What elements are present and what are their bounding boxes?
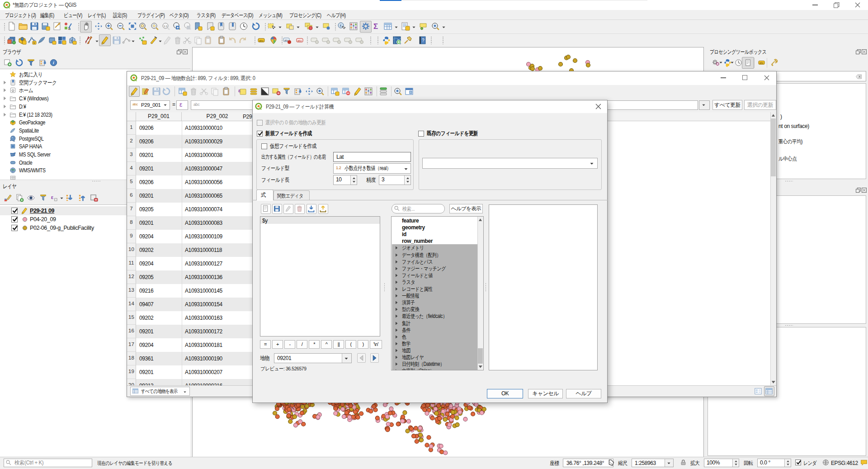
svg-text:abc: abc — [760, 62, 764, 64]
svg-text:V: V — [71, 39, 73, 42]
svg-text:abc: abc — [297, 39, 302, 42]
svg-text:abc: abc — [259, 39, 264, 42]
svg-text:1:1: 1:1 — [164, 25, 168, 28]
svg-text:ε: ε — [238, 88, 241, 93]
svg-text:?: ? — [422, 38, 425, 43]
svg-text:ε: ε — [51, 194, 54, 200]
svg-text:V: V — [33, 42, 35, 44]
svg-text:abc: abc — [284, 39, 288, 42]
svg-text:Σ: Σ — [373, 22, 378, 31]
svg-text:i: i — [53, 60, 54, 65]
svg-text:a: a — [68, 26, 71, 31]
